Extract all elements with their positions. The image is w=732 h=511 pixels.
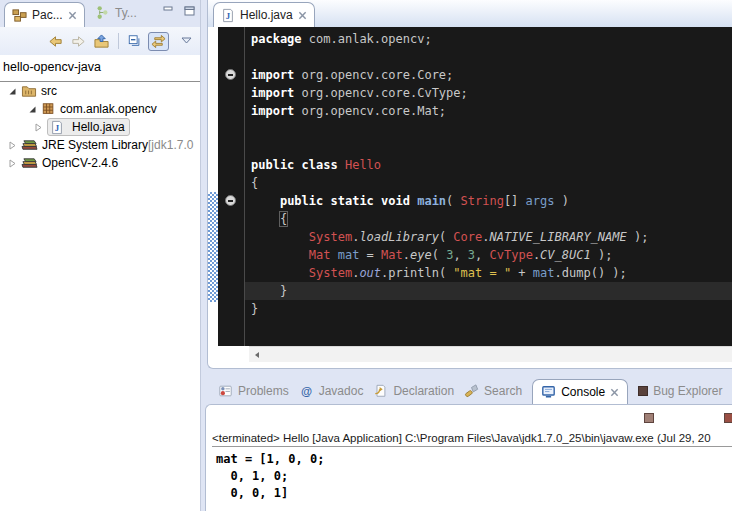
expanded-arrow-icon[interactable] [28, 105, 38, 114]
project-root-label[interactable]: hello-opencv-java [0, 55, 200, 82]
editor-tab-bar: J Hello.java [208, 0, 732, 28]
collapsed-arrow-icon[interactable] [8, 141, 18, 150]
left-tab-bar: Pac... Ty... [0, 0, 201, 27]
maximize-icon[interactable] [184, 6, 195, 16]
minimize-icon[interactable] [163, 6, 174, 16]
code-line[interactable]: package com.anlak.opencv; [245, 30, 732, 48]
declaration-icon [373, 384, 388, 398]
close-icon[interactable] [298, 11, 307, 20]
eclipse-window: Pac... Ty... hello-opencv-java srccom.an [0, 0, 732, 511]
tab-label: Hello.java [240, 8, 293, 22]
code-line[interactable]: System.out.println( "mat = " + mat.dump(… [245, 264, 732, 282]
tab-hello-java[interactable]: J Hello.java [213, 2, 315, 27]
library-icon [21, 156, 38, 171]
tab-declaration[interactable]: Declaration [373, 384, 454, 398]
svg-text:@: @ [301, 384, 312, 396]
code-line[interactable]: System.loadLibrary( Core.NATIVE_LIBRARY_… [245, 228, 732, 246]
fold-collapse-icon[interactable] [225, 195, 236, 206]
tree-item-hello.java[interactable]: JHello.java [0, 118, 200, 136]
code-line[interactable] [245, 120, 732, 138]
console-icon [541, 385, 556, 399]
tab-label: Problems [238, 384, 289, 398]
fold-collapse-icon[interactable] [225, 69, 236, 80]
tree-item-com.anlak.opencv[interactable]: com.anlak.opencv [0, 100, 200, 118]
tab-label: Search [484, 384, 522, 398]
package-explorer-view: Pac... Ty... hello-opencv-java srccom.an [0, 0, 201, 511]
code-line[interactable]: public class Hello [245, 156, 732, 174]
code-line[interactable]: Mat mat = Mat.eye( 3, 3, CvType.CV_8UC1 … [245, 246, 732, 264]
console-toolbar-icon[interactable] [644, 413, 654, 423]
console-status: <terminated> Hello [Java Application] C:… [212, 432, 732, 447]
tab-label: Ty... [115, 6, 137, 20]
problems-icon [218, 384, 233, 398]
code-line[interactable] [245, 48, 732, 66]
tree-item-jre-system-library[interactable]: JRE System Library [jdk1.7.0 [0, 136, 200, 154]
tab-label: Console [561, 385, 605, 399]
tab-label: Pac... [32, 8, 63, 22]
tab-label: Bug Explorer [653, 384, 722, 398]
svg-text:J: J [55, 123, 60, 133]
code-line[interactable]: } [245, 300, 732, 318]
view-menu-icon[interactable] [181, 37, 192, 45]
close-icon[interactable] [610, 388, 619, 397]
tab-bug-explorer[interactable]: Bug Explorer [638, 384, 722, 398]
collapsed-arrow-icon[interactable] [34, 123, 44, 132]
bug-icon [638, 386, 648, 396]
library-icon [21, 138, 38, 153]
code-line[interactable]: import org.opencv.core.CvType; [245, 84, 732, 102]
code-line[interactable]: import org.opencv.core.Core; [245, 66, 732, 84]
console-view: Problems@JavadocDeclarationSearchConsole… [205, 377, 732, 511]
tree-item-label: JRE System Library [42, 138, 148, 152]
tab-type-hierarchy[interactable]: Ty... [95, 5, 137, 20]
terminate-icon[interactable] [724, 413, 732, 423]
java-file-icon: J [221, 8, 235, 23]
editor-horizontal-scrollbar[interactable] [249, 346, 732, 362]
method-range-indicator [208, 192, 218, 302]
project-tree: hello-opencv-java srccom.anlak.opencvJHe… [0, 55, 200, 511]
tab-console[interactable]: Console [532, 379, 628, 404]
tree-item-suffix: [jdk1.7.0 [148, 138, 193, 152]
tab-problems[interactable]: Problems [218, 384, 289, 398]
expanded-arrow-icon[interactable] [8, 87, 18, 96]
collapsed-arrow-icon[interactable] [8, 159, 18, 168]
editor-body: package com.anlak.opencv;import org.open… [208, 27, 732, 346]
close-icon[interactable] [68, 11, 77, 20]
code-editor[interactable]: package com.anlak.opencv;import org.open… [245, 27, 732, 346]
forward-arrow-icon[interactable] [70, 34, 87, 49]
code-line[interactable]: } [245, 282, 732, 300]
code-line[interactable]: public static void main( String[] args ) [245, 192, 732, 210]
editor-area: J Hello.java package com.anlak.opencv;im… [207, 0, 732, 369]
back-arrow-icon[interactable] [47, 34, 64, 49]
code-line[interactable] [245, 138, 732, 156]
console-toolbar [206, 413, 732, 425]
javadoc-icon: @ [299, 384, 314, 398]
tab-label: Javadoc [319, 384, 364, 398]
up-folder-icon[interactable] [93, 34, 110, 49]
code-line[interactable]: { [245, 174, 732, 192]
link-with-editor-icon[interactable] [148, 32, 169, 51]
tree-item-opencv-2.4.6[interactable]: OpenCV-2.4.6 [0, 154, 200, 172]
java-file-icon: J [50, 120, 64, 135]
range-indicator-column [208, 27, 218, 346]
svg-text:J: J [226, 11, 231, 21]
tree-item-src[interactable]: src [0, 82, 200, 100]
scroll-left-icon[interactable] [253, 351, 261, 359]
package-icon [41, 102, 56, 116]
console-output[interactable]: mat = [1, 0, 0; 0, 1, 0; 0, 0, 1] [216, 451, 324, 502]
tab-package-explorer[interactable]: Pac... [4, 2, 85, 27]
code-line[interactable]: import org.opencv.core.Mat; [245, 102, 732, 120]
console-content: <terminated> Hello [Java Application] C:… [205, 404, 732, 511]
folding-ruler [218, 27, 245, 346]
tab-javadoc[interactable]: @Javadoc [299, 384, 364, 398]
source-folder-icon [21, 84, 37, 99]
toolbar-separator [118, 33, 119, 49]
type-hierarchy-icon [95, 5, 110, 20]
collapse-all-icon[interactable] [127, 34, 142, 48]
tree-item-label: com.anlak.opencv [60, 102, 157, 116]
tree-item-label: OpenCV-2.4.6 [42, 156, 118, 170]
search-icon [464, 384, 479, 398]
tab-search[interactable]: Search [464, 384, 522, 398]
code-line[interactable]: { [245, 210, 732, 228]
package-explorer-icon [12, 8, 27, 23]
tree-item-label: src [41, 84, 57, 98]
